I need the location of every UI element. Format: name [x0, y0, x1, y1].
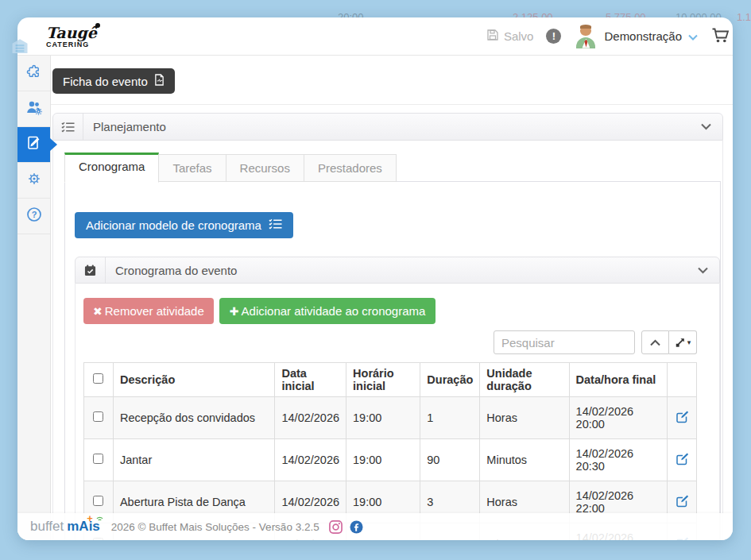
- planejamento-panel-header[interactable]: Planejamento: [52, 113, 723, 141]
- wifi-signal-icon: [95, 509, 104, 525]
- cell-descricao: Jantar: [113, 439, 275, 481]
- cell-data-hora-final: 14/02/2026 20:30: [569, 439, 668, 481]
- sidebar-item-settings[interactable]: [17, 163, 50, 199]
- cell-data-hora-final: 14/02/2026 20:00: [569, 397, 668, 439]
- user-avatar: [574, 25, 598, 48]
- x-icon: ✖: [93, 305, 103, 318]
- footer: buffet mAis + 2026 © Buffet Mais Soluçõe…: [17, 513, 733, 540]
- tab-tarefas[interactable]: Tarefas: [158, 154, 226, 182]
- tab-bar: Cronograma Tarefas Recursos Prestadores: [64, 153, 721, 182]
- cronograma-tab-content: Adicionar modelo de cronograma Cronogram…: [64, 181, 721, 540]
- users-gear-icon: [25, 99, 43, 118]
- svg-text:?: ?: [31, 210, 37, 219]
- save-status: Salvo: [486, 29, 534, 44]
- edit-icon: [676, 452, 689, 465]
- col-data-hora-final: Data/hora final: [569, 363, 668, 397]
- edit-icon: [676, 410, 689, 423]
- document-icon: [154, 74, 165, 88]
- edit-icon: [676, 494, 689, 508]
- app-logo: Taugê CATERING: [46, 25, 97, 48]
- save-status-label: Salvo: [504, 29, 534, 43]
- row-select-cell: [84, 439, 114, 481]
- cronograma-evento-title: Cronograma do evento: [115, 264, 237, 277]
- cell-duracao: 1: [420, 397, 480, 439]
- row-actions-cell: [668, 439, 697, 481]
- tab-cronograma[interactable]: Cronograma: [64, 153, 159, 183]
- table-tools: ▾: [641, 330, 697, 354]
- activity-actions: ✖ Remover atividade ✚ Adicionar atividad…: [83, 298, 697, 324]
- chevron-down-icon: [688, 29, 698, 44]
- brand-mais: mAis +: [67, 519, 100, 535]
- cronograma-evento-header[interactable]: Cronograma do evento: [75, 257, 720, 284]
- facebook-icon[interactable]: [350, 520, 363, 534]
- col-horario-inicial: Horário inicial: [346, 363, 420, 397]
- sidebar-item-events[interactable]: [17, 127, 50, 163]
- remove-activity-label: Remover atividade: [105, 304, 204, 318]
- brand-plus-icon: +: [87, 512, 93, 524]
- sidebar-item-clients[interactable]: [17, 91, 50, 127]
- table-row: Jantar 14/02/2026 19:00 90 Minutos 14/02…: [84, 439, 697, 481]
- sidebar-item-modules[interactable]: [17, 56, 50, 91]
- puzzle-icon: [25, 64, 42, 83]
- logo-subtitle: CATERING: [46, 41, 97, 48]
- collapse-chevron-icon[interactable]: [698, 267, 708, 274]
- export-icon: [675, 337, 686, 348]
- planejamento-panel-body: Cronograma Tarefas Recursos Prestadores …: [52, 141, 723, 540]
- alert-icon[interactable]: !: [546, 29, 561, 44]
- ficha-button-label: Ficha do evento: [63, 75, 148, 88]
- sidebar: ?: [17, 56, 51, 540]
- col-unidade-duracao: Unidade duração: [480, 363, 569, 397]
- caret-down-icon: ▾: [687, 338, 691, 346]
- collapse-chevron-icon[interactable]: [701, 123, 711, 130]
- floppy-disk-icon: [486, 29, 499, 44]
- row-checkbox[interactable]: [93, 496, 103, 506]
- table-row: Recepção dos convidados 14/02/2026 19:00…: [84, 397, 697, 439]
- cell-data-inicial: 14/02/2026: [275, 439, 346, 481]
- ficha-row: Ficha do evento: [51, 56, 733, 105]
- tab-prestadores[interactable]: Prestadores: [304, 154, 397, 182]
- col-duracao: Duração: [420, 363, 480, 397]
- cronograma-evento-body: ✖ Remover atividade ✚ Adicionar atividad…: [75, 284, 720, 540]
- instagram-icon[interactable]: [329, 520, 343, 534]
- add-model-button[interactable]: Adicionar modelo de cronograma: [75, 212, 293, 238]
- planejamento-panel-title: Planejamento: [93, 120, 166, 133]
- user-menu[interactable]: Demonstração: [574, 25, 698, 48]
- add-activity-button[interactable]: ✚ Adicionar atividade ao cronograma: [219, 298, 436, 324]
- export-button[interactable]: ▾: [669, 330, 697, 354]
- remove-activity-button[interactable]: ✖ Remover atividade: [83, 298, 214, 324]
- copyright-text: 2026 © Buffet Mais Soluções - Versão 3.2…: [111, 521, 319, 533]
- calendar-check-icon: [75, 257, 106, 283]
- col-actions: [668, 363, 697, 397]
- ficha-do-evento-button[interactable]: Ficha do evento: [52, 68, 175, 94]
- row-checkbox[interactable]: [93, 411, 103, 422]
- planejamento-panel: Planejamento Cronograma Tarefas Recursos…: [52, 113, 723, 540]
- table-header-row: Descrição Data inicial Horário inicial D…: [84, 363, 697, 397]
- buffet-mais-logo: buffet mAis +: [30, 519, 100, 535]
- logo-title: Taugê: [46, 25, 97, 41]
- list-check-icon: [53, 114, 83, 140]
- select-all-checkbox[interactable]: [93, 373, 103, 384]
- row-select-cell: [84, 397, 114, 439]
- help-icon: ?: [26, 207, 42, 226]
- tab-recursos[interactable]: Recursos: [226, 154, 304, 182]
- edit-row-button[interactable]: [676, 452, 689, 465]
- topbar: Taugê CATERING Salvo ! Demonstração: [17, 17, 733, 56]
- collapse-table-button[interactable]: [641, 330, 669, 354]
- search-input[interactable]: [494, 330, 635, 354]
- gear-icon: [26, 171, 42, 190]
- cell-horario-inicial: 19:00: [346, 439, 420, 481]
- select-all-header: [84, 363, 114, 397]
- row-checkbox[interactable]: [93, 454, 103, 464]
- brand-buffet: buffet: [30, 519, 64, 535]
- sidebar-item-help[interactable]: ?: [17, 199, 50, 234]
- col-descricao: Descrição: [113, 363, 275, 397]
- cart-icon[interactable]: [710, 25, 730, 48]
- cell-duracao: 90: [420, 439, 480, 481]
- table-toolbar: ▾: [83, 330, 697, 354]
- user-name: Demonstração: [604, 29, 682, 43]
- list-check-icon: [269, 218, 282, 232]
- cell-unidade-duracao: Minutos: [480, 439, 569, 481]
- edit-row-button[interactable]: [676, 410, 689, 423]
- cell-data-inicial: 14/02/2026: [275, 397, 346, 439]
- edit-row-button[interactable]: [676, 494, 689, 508]
